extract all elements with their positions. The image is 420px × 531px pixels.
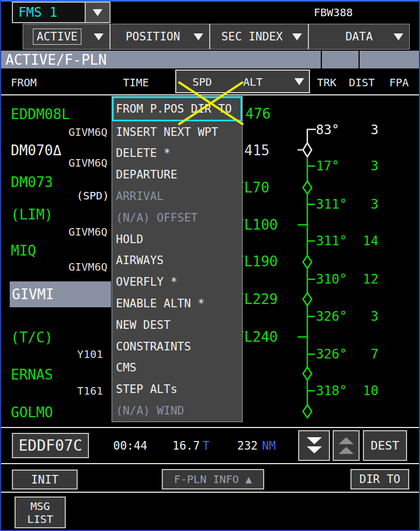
- leg-track: 17°: [316, 158, 339, 174]
- menu-item-airways[interactable]: AIRWAYS: [112, 250, 242, 272]
- dest-distance-value: 232: [237, 439, 258, 452]
- airway-label: GIVM6Q: [68, 126, 107, 139]
- header-separator-line: [0, 94, 420, 95]
- menu-item-from-ppos-dir-to[interactable]: FROM P.POS DIR TO: [112, 96, 242, 121]
- airway-label: GIVM6Q: [68, 260, 107, 273]
- menu-item-enable-altn[interactable]: ENABLE ALTN *: [112, 293, 242, 314]
- pseudo-waypoint-label: (SPD): [77, 189, 109, 202]
- tab-active-label: ACTIVE: [33, 29, 81, 45]
- menu-item-new-dest[interactable]: NEW DEST: [112, 314, 242, 336]
- waypoint-context-menu: FROM P.POS DIR TO INSERT NEXT WPT DELETE…: [112, 96, 243, 422]
- waypoint-diamond-white: [303, 143, 312, 157]
- fms-source-dropdown[interactable]: FMS 1: [12, 2, 111, 23]
- leg-distance: 3: [345, 197, 378, 212]
- scroll-up-button[interactable]: [333, 430, 360, 461]
- tab-sec-index-label: SEC INDEX: [222, 30, 283, 43]
- chevron-down-icon: [294, 78, 304, 85]
- menu-item-departure[interactable]: DEPARTURE: [112, 164, 242, 185]
- separator-line: [0, 427, 420, 428]
- menu-item-cms[interactable]: CMS: [112, 357, 242, 379]
- fms-mfd-screen: FMS 1 FBW388 ACTIVE POSITION SEC INDEX D…: [0, 0, 420, 531]
- leg-distance: 14: [345, 233, 378, 249]
- fms-source-label: FMS 1: [13, 5, 85, 20]
- tab-data-label: DATA: [346, 30, 373, 43]
- waypoint-label[interactable]: (LIM): [11, 206, 53, 223]
- separator-line: [0, 463, 420, 464]
- page-tab-bar: ACTIVE POSITION SEC INDEX DATA: [23, 24, 410, 50]
- leg-distance: 10: [345, 383, 378, 398]
- leg-track: 311°: [316, 197, 347, 212]
- airway-label: GIVM6Q: [68, 225, 107, 238]
- dest-button[interactable]: DEST: [363, 430, 407, 461]
- dir-to-button[interactable]: DIR TO: [350, 469, 409, 489]
- leg-distance: 7: [345, 347, 378, 362]
- col-header-trk: TRK: [317, 76, 336, 89]
- tab-sec-index[interactable]: SEC INDEX: [210, 24, 308, 49]
- spd-alt-column-dropdown[interactable]: SPD ALT: [175, 70, 310, 93]
- waypoint-diamond-green: [303, 367, 312, 380]
- airway-label: T161: [77, 384, 103, 397]
- menu-item-overfly[interactable]: OVERFLY *: [112, 271, 242, 293]
- waypoint-diamond-green: [303, 405, 312, 418]
- menu-item-hold[interactable]: HOLD: [112, 229, 242, 250]
- alt-value: 476: [245, 106, 271, 122]
- pseudo-waypoint-label[interactable]: (T/C): [11, 329, 53, 346]
- waypoint-diamond-green: [303, 293, 312, 306]
- scroll-down-button[interactable]: [298, 430, 330, 461]
- col-header-dist: DIST: [349, 76, 375, 89]
- leg-track: 310°: [316, 272, 347, 287]
- screen-border-top: [0, 0, 420, 2]
- menu-item-constraints[interactable]: CONSTRAINTS: [112, 336, 242, 357]
- fpln-info-button: F-PLN INFO ▲: [162, 469, 264, 489]
- destination-airport-button[interactable]: EDDF07C: [12, 433, 89, 458]
- chevron-down-icon: [292, 33, 302, 40]
- init-button[interactable]: INIT: [12, 470, 78, 489]
- waypoint-label[interactable]: DM070Δ: [11, 142, 61, 158]
- waypoint-label[interactable]: ERNAS: [11, 367, 53, 383]
- tab-data[interactable]: DATA: [309, 24, 409, 49]
- title-bar-divider: [321, 51, 322, 68]
- leg-track: 83°: [316, 122, 339, 137]
- alt-value: 415: [244, 142, 270, 158]
- waypoint-diamond-green: [303, 181, 312, 194]
- double-chevron-up-icon: [335, 434, 357, 458]
- msg-list-button[interactable]: MSG LIST: [15, 496, 66, 528]
- leg-track: 311°: [316, 233, 347, 249]
- separator-line: [0, 492, 420, 493]
- col-header-alt: ALT: [243, 75, 263, 88]
- screen-border-left: [0, 0, 1, 531]
- dest-efob-unit: T: [203, 439, 210, 452]
- menu-item-step-alts[interactable]: STEP ALTs: [112, 378, 242, 400]
- dest-distance-unit: NM: [262, 439, 276, 452]
- col-header-from: FROM: [11, 76, 37, 89]
- menu-item-wind: (N/A) WIND: [112, 400, 242, 422]
- leg-track: 318°: [316, 383, 347, 398]
- tab-position-label: POSITION: [126, 30, 180, 43]
- waypoint-label[interactable]: EDDM08L: [11, 106, 70, 122]
- chevron-down-icon: [194, 33, 203, 40]
- leg-distance: 3: [345, 122, 378, 137]
- page-title-bar: ACTIVE/F-PLN: [0, 51, 420, 68]
- leg-track: 326°: [316, 347, 347, 362]
- col-header-fpa: FPA: [389, 76, 409, 89]
- leg-distance: 3: [345, 309, 378, 324]
- tab-position[interactable]: POSITION: [111, 24, 209, 49]
- leg-track: 326°: [316, 309, 347, 324]
- dest-efob-value: 16.7: [173, 439, 200, 452]
- menu-item-delete[interactable]: DELETE *: [112, 143, 242, 164]
- tab-active[interactable]: ACTIVE: [23, 24, 109, 49]
- chevron-down-icon: [85, 3, 109, 22]
- waypoint-diamond-green: [303, 256, 312, 268]
- waypoint-label[interactable]: DM073: [11, 174, 53, 190]
- menu-item-insert-next-wpt[interactable]: INSERT NEXT WPT: [112, 121, 242, 143]
- airway-label: Y101: [77, 348, 103, 361]
- waypoint-label: GIVMI: [10, 286, 54, 302]
- waypoint-label[interactable]: GOLMO: [11, 404, 53, 420]
- waypoint-label[interactable]: MIQ: [11, 243, 36, 259]
- selected-waypoint-row[interactable]: GIVMI: [10, 281, 111, 307]
- dest-eta: 00:44: [113, 439, 147, 452]
- col-header-spd: SPD: [192, 75, 212, 88]
- double-chevron-down-icon: [304, 434, 325, 458]
- title-bar-divider: [359, 51, 360, 68]
- leg-distance: 3: [345, 158, 378, 174]
